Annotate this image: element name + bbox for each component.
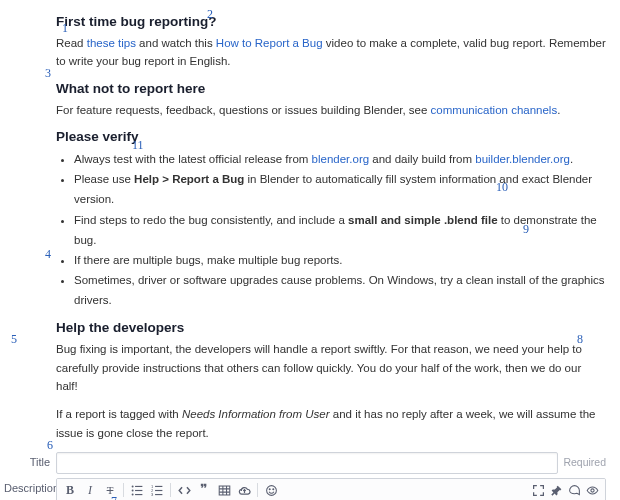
help-icon[interactable] <box>566 482 582 498</box>
fullscreen-icon[interactable] <box>530 482 546 498</box>
svg-rect-12 <box>219 486 230 495</box>
bold-text: Help > Report a Bug <box>134 173 244 185</box>
strikethrough-icon[interactable]: T <box>102 482 118 498</box>
list-item: Please use Help > Report a Bug in Blende… <box>74 169 606 209</box>
svg-rect-11 <box>155 494 162 495</box>
text: . <box>570 153 573 165</box>
link-how-to-report[interactable]: How to Report a Bug <box>216 37 323 49</box>
title-label: Title <box>4 452 50 468</box>
link-communication-channels[interactable]: communication channels <box>431 104 558 116</box>
required-label: Required <box>563 452 606 468</box>
pin-icon[interactable] <box>548 482 564 498</box>
description-row: Description B I T 123 ❞ <box>56 478 606 500</box>
link-blender-org[interactable]: blender.org <box>312 153 370 165</box>
text: Always test with the latest official rel… <box>74 153 312 165</box>
heading-please-verify: Please verify <box>56 129 606 144</box>
verify-list: Always test with the latest official rel… <box>56 149 606 310</box>
svg-rect-3 <box>135 490 142 491</box>
svg-point-0 <box>131 485 133 487</box>
title-row: Title Required <box>56 452 606 474</box>
separator <box>170 483 171 497</box>
first-time-paragraph: Read these tips and watch this How to Re… <box>56 34 606 71</box>
svg-point-18 <box>266 485 276 495</box>
preview-icon[interactable] <box>584 482 600 498</box>
text: Find steps to redo the bug consistently,… <box>74 214 348 226</box>
quote-icon[interactable]: ❞ <box>196 482 212 498</box>
svg-point-2 <box>131 489 133 491</box>
bullet-list-icon[interactable] <box>129 482 145 498</box>
table-icon[interactable] <box>216 482 232 498</box>
description-label: Description <box>4 478 50 494</box>
heading-what-not: What not to report here <box>56 81 606 96</box>
link-these-tips[interactable]: these tips <box>87 37 136 49</box>
svg-rect-5 <box>135 494 142 495</box>
italic-icon[interactable]: I <box>82 482 98 498</box>
help-paragraph-2: If a report is tagged with Needs Informa… <box>56 405 606 442</box>
text: If a report is tagged with <box>56 408 182 420</box>
emoji-icon[interactable] <box>263 482 279 498</box>
svg-point-19 <box>269 488 270 489</box>
text: and daily build from <box>369 153 475 165</box>
list-item: Find steps to redo the bug consistently,… <box>74 210 606 250</box>
bold-icon[interactable]: B <box>62 482 78 498</box>
upload-icon[interactable] <box>236 482 252 498</box>
svg-point-4 <box>131 493 133 495</box>
svg-rect-9 <box>155 490 162 491</box>
text: Please use <box>74 173 134 185</box>
list-item: If there are multiple bugs, make multipl… <box>74 250 606 270</box>
text: and watch this <box>136 37 216 49</box>
text: . <box>557 104 560 116</box>
list-item: Always test with the latest official rel… <box>74 149 606 169</box>
what-not-paragraph: For feature requests, feedback, question… <box>56 101 606 119</box>
separator <box>123 483 124 497</box>
svg-point-20 <box>272 488 273 489</box>
numbered-list-icon[interactable]: 123 <box>149 482 165 498</box>
italic-text: Needs Information from User <box>182 408 330 420</box>
description-editor: B I T 123 ❞ <box>56 478 606 500</box>
help-paragraph-1: Bug fixing is important, the developers … <box>56 340 606 395</box>
svg-text:3: 3 <box>151 492 154 497</box>
code-icon[interactable] <box>176 482 192 498</box>
text: Read <box>56 37 87 49</box>
bug-report-page: First time bug reporting? Read these tip… <box>0 0 620 500</box>
svg-rect-1 <box>135 485 142 486</box>
svg-point-21 <box>590 489 593 492</box>
separator <box>257 483 258 497</box>
heading-first-time: First time bug reporting? <box>56 14 606 29</box>
list-item: Sometimes, driver or software upgrades c… <box>74 270 606 310</box>
heading-help-devs: Help the developers <box>56 320 606 335</box>
title-input[interactable] <box>56 452 558 474</box>
text: For feature requests, feedback, question… <box>56 104 431 116</box>
link-builder-blender-org[interactable]: builder.blender.org <box>475 153 570 165</box>
editor-toolbar: B I T 123 ❞ <box>57 479 605 500</box>
bold-text: small and simple .blend file <box>348 214 498 226</box>
svg-rect-7 <box>155 485 162 486</box>
